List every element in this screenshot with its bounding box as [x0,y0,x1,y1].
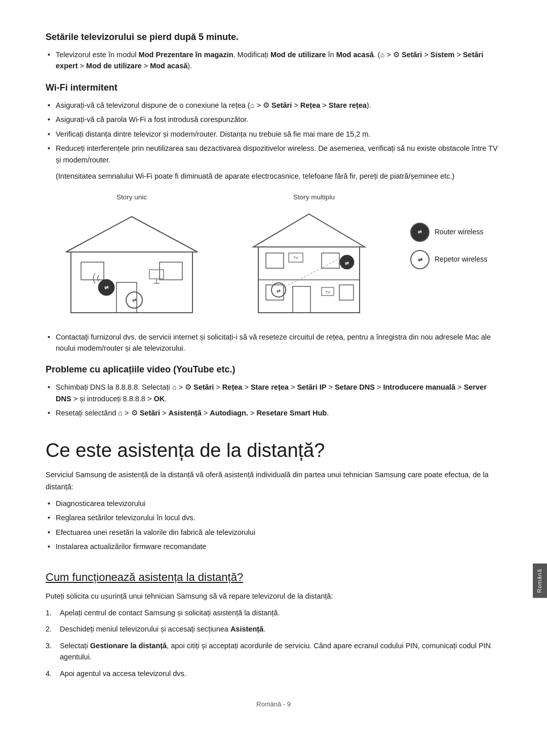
section-ce-este: Ce este asistența de la distanță? Servic… [46,439,501,553]
wifi-contact-bullet: Contactați furnizorul dvs. de servicii i… [46,331,501,354]
svg-rect-5 [149,270,164,279]
step-2: 2. Deschideți meniul televizorului și ac… [46,623,501,635]
repeater-label: Repetor wireless [435,254,487,265]
probleme-bullet-1: Schimbați DNS la 8.8.8.8. Selectați ⌂ > … [46,382,501,404]
side-tab: Română [533,564,547,598]
wifi-bullets: Asigurați-vă că televizorul dispune de o… [46,100,501,165]
ce-este-bullet-1: Diagnosticarea televizorului [46,498,501,509]
repeater-icon: ⇌ [410,250,429,269]
svg-rect-15 [293,286,310,313]
svg-text:⇌: ⇌ [345,261,349,266]
footer-text: Română - 9 [256,700,291,708]
svg-marker-1 [66,217,198,252]
legend-repeater: ⇌ Repetor wireless [410,250,501,269]
svg-rect-18 [266,253,284,268]
step-1: 1. Apelați centrul de contact Samsung și… [46,607,501,618]
diagram-container: Story unic [46,192,501,321]
house-multi-svg: TV TV ⇌ ⇌ [238,206,390,318]
page-footer: Română - 9 [46,699,501,709]
ce-este-bullet-2: Reglarea setărilor televizorului în locu… [46,512,501,523]
setari-bullets: Televizorul este în modul Mod Prezentare… [46,49,501,72]
ce-este-bullets: Diagnosticarea televizorului Reglarea se… [46,498,501,553]
ce-este-intro: Serviciul Samsung de asistență de la dis… [46,469,501,492]
wifi-note: (Intensitatea semnalului Wi-Fi poate fi … [56,171,501,182]
router-label: Router wireless [435,227,483,237]
svg-marker-14 [253,214,365,247]
probleme-title: Probleme cu aplicațiile video (YouTube e… [46,363,501,376]
ce-este-bullet-3: Efectuarea unei resetări la valorile din… [46,527,501,538]
ce-este-title: Ce este asistența de la distanță? [46,439,501,463]
diagram-right: Story multiplu [228,192,400,321]
svg-rect-4 [160,262,182,280]
svg-text:TV: TV [293,256,299,260]
svg-text:⇌: ⇌ [132,298,137,303]
cum-functioneaza-steps: 1. Apelați centrul de contact Samsung și… [46,607,501,679]
wifi-bullet-2: Asigurați-vă că parola Wi-Fi a fost intr… [46,114,501,125]
house-single-svg: ⇌ ⇌ [56,206,208,318]
cum-functioneaza-title: Cum funcționează asistența la distanță? [46,569,501,585]
wifi-bullet-3: Verificați distanța dintre televizor și … [46,129,501,140]
setari-title: Setările televizorului se pierd după 5 m… [46,30,501,44]
section-cum-functioneaza: Cum funcționează asistența la distanță? … [46,569,501,680]
diagram-left-label: Story unic [46,192,218,202]
diagram-right-label: Story multiplu [228,192,400,202]
side-tab-text: Română [536,569,542,593]
section-wifi: Wi-Fi intermitent Asigurați-vă că televi… [46,81,501,354]
step-4: 4. Apoi agentul va accesa televizorul dv… [46,668,501,679]
cum-functioneaza-intro: Puteți solicita cu ușurință unui tehnici… [46,591,501,602]
svg-rect-3 [81,262,104,280]
section-setari: Setările televizorului se pierd după 5 m… [46,30,501,72]
step-3: 3. Selectați Gestionare la distanță, apo… [46,640,501,663]
wifi-title: Wi-Fi intermitent [46,81,501,95]
probleme-bullets: Schimbați DNS la 8.8.8.8. Selectați ⌂ > … [46,382,501,418]
svg-rect-19 [322,253,339,268]
svg-text:⇌: ⇌ [104,285,109,290]
legend-router: ⇌ Router wireless [410,223,501,242]
svg-text:⇌: ⇌ [277,288,281,293]
probleme-bullet-2: Resetați selectând ⌂ > ⚙ Setări > Asiste… [46,407,501,418]
diagram-left: Story unic [46,192,218,321]
svg-text:TV: TV [325,290,331,295]
svg-rect-16 [266,285,284,300]
svg-rect-17 [339,285,354,300]
wifi-bullet-4: Reduceți interferențele prin neutilizare… [46,143,501,165]
diagram-legend: ⇌ Router wireless ⇌ Repetor wireless [400,192,501,269]
setari-bullet-1: Televizorul este în modul Mod Prezentare… [46,49,501,72]
wifi-bullet-1: Asigurați-vă că televizorul dispune de o… [46,100,501,111]
ce-este-bullet-4: Instalarea actualizărilor firmware recom… [46,541,501,552]
section-probleme: Probleme cu aplicațiile video (YouTube e… [46,363,501,418]
router-icon: ⇌ [410,223,429,242]
wifi-contact-bullets: Contactați furnizorul dvs. de servicii i… [46,331,501,354]
